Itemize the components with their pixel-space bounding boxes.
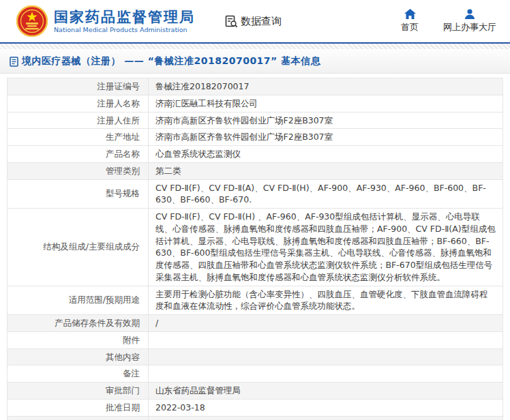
row-value	[149, 365, 503, 382]
table-row: 产品名称心血管系统状态监测仪	[7, 146, 503, 163]
table-row: 生产地址济南市高新区齐鲁软件园创业广场F2座B307室	[7, 129, 503, 146]
row-label: 产品名称	[7, 146, 149, 163]
org-name-cn: 国家药品监督管理局	[54, 9, 195, 25]
row-value: 济南汇医融工科技有限公司	[149, 95, 503, 112]
table-row: 结构及组成/主要组成成分CV FD-Ⅱ(F)、CV FD-Ⅱ(H) 、AF-96…	[7, 209, 503, 286]
row-label: 注册证编号	[7, 78, 149, 95]
row-label: 其他内容	[7, 348, 149, 365]
national-emblem-icon	[16, 5, 48, 37]
document-search-icon	[225, 15, 238, 28]
org-name-en: National Medical Products Administration	[54, 26, 195, 33]
row-label: 型号规格	[7, 179, 149, 209]
row-value: 心血管系统状态监测仪	[149, 146, 503, 163]
nav-item-home[interactable]: 首页	[394, 9, 425, 33]
nav-item-label: 首页	[401, 21, 419, 33]
top-nav: 首页 网上办事大厅	[394, 9, 496, 33]
nav-item-service-hall[interactable]: 网上办事大厅	[443, 9, 496, 33]
page-icon	[10, 57, 18, 67]
row-label: 管理类别	[7, 162, 149, 179]
row-value: 主要用于检测心脏功能（含心率变异性）、四肢血压、血管硬化度、下肢血管血流障碍程度…	[149, 286, 503, 315]
row-label: 注册人名称	[7, 95, 149, 112]
row-value	[149, 348, 503, 365]
site-logo[interactable]: 国家药品监督管理局 National Medical Products Admi…	[16, 5, 195, 37]
row-value: 山东省药品监督管理局	[149, 382, 503, 400]
registration-info: 注册证编号鲁械注准20182070017注册人名称济南汇医融工科技有限公司注册人…	[7, 78, 503, 420]
table-row: 型号规格CV FD-Ⅱ(F)、CV FD-Ⅱ(A)、CV FD-Ⅱ(H)、AF-…	[7, 179, 503, 209]
row-label: 结构及组成/主要组成成分	[7, 209, 149, 286]
info-table: 注册证编号鲁械注准20182070017注册人名称济南汇医融工科技有限公司注册人…	[7, 78, 503, 420]
row-label: 备注	[7, 365, 149, 382]
row-label: 批准日期	[7, 399, 149, 416]
table-row: 产品储存条件及有效期/	[7, 315, 503, 332]
row-label: 生效日期	[7, 416, 149, 420]
nav-item-label: 网上办事大厅	[443, 21, 496, 33]
row-label: 附件	[7, 331, 149, 348]
table-row: 注册人住所济南市高新区齐鲁软件园创业广场F2座B307室	[7, 112, 503, 129]
brand-text: 国家药品监督管理局 National Medical Products Admi…	[54, 9, 195, 33]
data-query-menu[interactable]: 数据查询	[225, 15, 282, 28]
row-value	[149, 331, 503, 348]
row-value: CV FD-Ⅱ(F)、CV FD-Ⅱ(A)、CV FD-Ⅱ(H)、AF-900、…	[149, 179, 503, 209]
home-icon	[404, 9, 416, 19]
row-value: /	[149, 315, 503, 332]
table-row: 适用范围/预期用途主要用于检测心脏功能（含心率变异性）、四肢血压、血管硬化度、下…	[7, 286, 503, 315]
row-value: CV FD-Ⅱ(F)、CV FD-Ⅱ(H) 、AF-960、AF-930型组成包…	[149, 209, 503, 286]
row-label: 审批部门	[7, 382, 149, 400]
row-value: 济南市高新区齐鲁软件园创业广场F2座B307室	[149, 129, 503, 146]
row-label: 注册人住所	[7, 112, 149, 129]
hatched-strip	[0, 44, 510, 49]
site-header: 国家药品监督管理局 National Medical Products Admi…	[0, 0, 510, 42]
row-label: 生产地址	[7, 129, 149, 146]
table-row: 批准日期2022-03-18	[7, 399, 503, 416]
table-row: 注册证编号鲁械注准20182070017	[7, 78, 503, 95]
table-row: 管理类别第二类	[7, 162, 503, 179]
row-value: 2022-03-18	[149, 399, 503, 416]
row-value: 第二类	[149, 162, 503, 179]
row-value	[149, 416, 503, 420]
page-title-bar: 境内医疗器械（注册） —— “鲁械注准20182070017” 基本信息	[0, 49, 510, 74]
table-row: 审批部门山东省药品监督管理局	[7, 382, 503, 400]
row-label: 产品储存条件及有效期	[7, 315, 149, 332]
row-value: 济南市高新区齐鲁软件园创业广场F2座B307室	[149, 112, 503, 129]
table-row: 附件	[7, 331, 503, 348]
table-row: 注册人名称济南汇医融工科技有限公司	[7, 95, 503, 112]
page-title: 境内医疗器械（注册） —— “鲁械注准20182070017” 基本信息	[22, 55, 320, 68]
user-icon	[464, 9, 475, 19]
table-row: 备注	[7, 365, 503, 382]
row-label: 适用范围/预期用途	[7, 286, 149, 315]
row-value: 鲁械注准20182070017	[149, 78, 503, 95]
data-query-label: 数据查询	[241, 15, 282, 28]
table-row: 其他内容	[7, 348, 503, 365]
table-row: 生效日期	[7, 416, 503, 420]
